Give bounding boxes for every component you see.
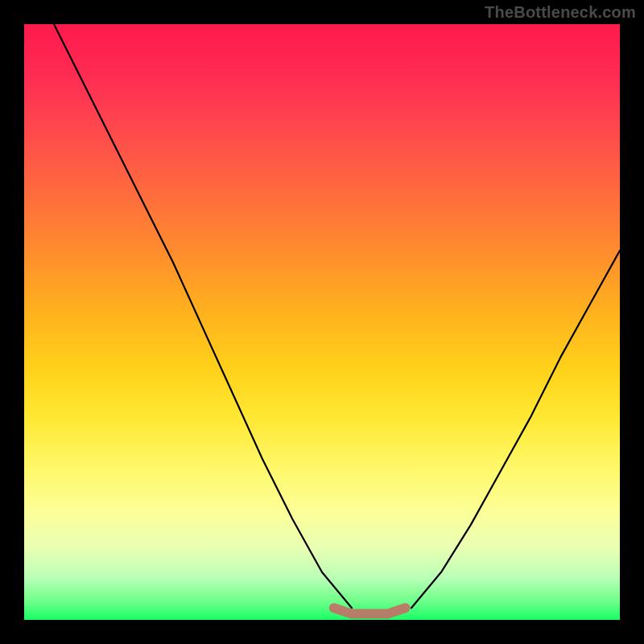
bottleneck-curve-left — [54, 24, 352, 608]
plot-svg — [24, 24, 620, 620]
plot-area — [24, 24, 620, 620]
chart-frame: TheBottleneck.com — [0, 0, 644, 644]
bottleneck-curve-right — [411, 250, 620, 608]
optimal-zone-marker — [334, 608, 406, 613]
watermark-text: TheBottleneck.com — [485, 3, 636, 22]
